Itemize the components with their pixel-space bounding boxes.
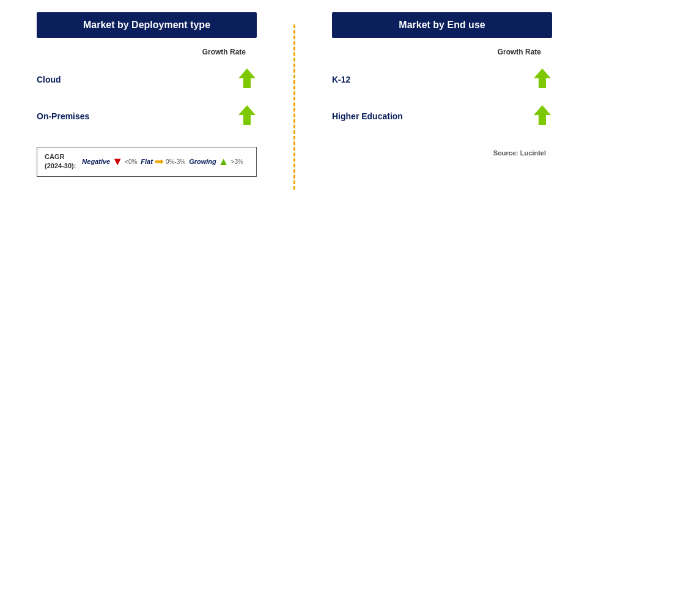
divider	[293, 24, 295, 190]
k12-row: K-12	[332, 61, 552, 98]
flat-range: 0%-3%	[166, 158, 185, 165]
flat-label: Flat	[141, 158, 153, 165]
k12-label: K-12	[332, 75, 350, 84]
source-text: Source: Lucintel	[332, 149, 552, 157]
negative-label: Negative	[82, 158, 110, 165]
left-panel: Market by Deployment type Growth Rate Cl…	[37, 12, 257, 190]
higher-education-label: Higher Education	[332, 111, 403, 121]
svg-marker-3	[534, 105, 551, 125]
svg-marker-0	[238, 69, 256, 88]
growing-range: >3%	[231, 158, 243, 165]
k12-arrow-up-icon	[532, 67, 552, 92]
right-panel-header: Market by End use	[332, 12, 552, 38]
cloud-arrow-up-icon	[237, 67, 257, 92]
legend-flat: Flat ➡ 0%-3%	[141, 156, 185, 167]
negative-range: <0%	[125, 158, 137, 165]
cagr-label: CAGR(2024-30):	[45, 152, 76, 171]
higher-education-row: Higher Education	[332, 98, 552, 135]
on-premises-arrow-up-icon	[237, 104, 257, 128]
cloud-label: Cloud	[37, 75, 61, 84]
left-panel-header: Market by Deployment type	[37, 12, 257, 38]
left-growth-rate-label: Growth Rate	[37, 48, 257, 56]
right-growth-rate-label: Growth Rate	[332, 48, 552, 56]
on-premises-row: On-Premises	[37, 98, 257, 135]
negative-arrow-icon: ▼	[112, 156, 123, 167]
svg-marker-2	[534, 69, 551, 88]
higher-education-arrow-up-icon	[532, 104, 552, 128]
growing-arrow-icon: ▲	[218, 156, 229, 167]
right-panel: Market by End use Growth Rate K-12 Highe…	[332, 12, 552, 190]
cloud-row: Cloud	[37, 61, 257, 98]
on-premises-label: On-Premises	[37, 111, 89, 121]
legend-negative: Negative ▼ <0%	[82, 156, 137, 167]
legend-box: CAGR(2024-30): Negative ▼ <0% Flat ➡ 0%-…	[37, 147, 257, 177]
flat-arrow-icon: ➡	[155, 156, 164, 167]
svg-marker-1	[238, 105, 256, 125]
growing-label: Growing	[189, 158, 216, 165]
legend-growing: Growing ▲ >3%	[189, 156, 243, 167]
